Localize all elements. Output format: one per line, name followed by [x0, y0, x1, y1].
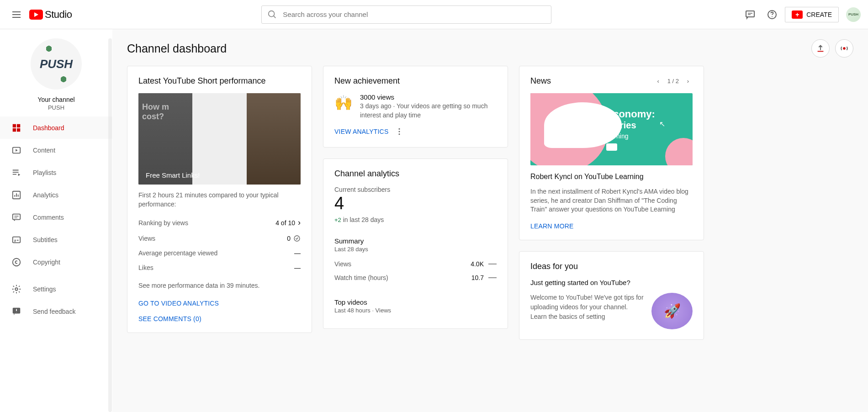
idea-body-text: Welcome to YouTube! We've got tips for u…: [530, 293, 644, 322]
svg-point-0: [269, 11, 275, 16]
sidebar-item-content[interactable]: Content: [0, 139, 112, 161]
performance-subtitle: First 2 hours 21 minutes compared to you…: [138, 191, 301, 209]
sidebar-item-label: Send feedback: [33, 308, 75, 315]
svg-rect-4: [13, 124, 16, 127]
go-to-video-analytics-link[interactable]: GO TO VIDEO ANALYTICS: [138, 300, 301, 307]
card-title: New achievement: [334, 76, 497, 86]
svg-point-18: [399, 131, 400, 132]
news-card: News ‹ 1 / 2 › Creator Economy: AMA seri…: [519, 66, 704, 240]
sidebar-item-dashboard[interactable]: Dashboard: [0, 116, 112, 139]
sidebar-item-subtitles[interactable]: Subtitles: [0, 228, 112, 251]
see-comments-link[interactable]: SEE COMMENTS (0): [138, 315, 301, 322]
stat-label: Ranking by views: [138, 219, 188, 227]
dashboard-icon: [11, 122, 22, 133]
studio-logo[interactable]: Studio: [29, 9, 72, 21]
create-button[interactable]: CREATE: [785, 7, 839, 22]
subtitles-icon: [11, 234, 22, 245]
stat-likes: Likes —: [138, 260, 301, 275]
svg-point-16: [294, 236, 300, 241]
stat-views: Views 0: [138, 231, 301, 246]
feedback-icon: [11, 306, 22, 317]
summary-title: Summary: [334, 237, 497, 245]
search-box[interactable]: [261, 5, 551, 24]
live-icon: [839, 43, 849, 53]
gear-icon: [11, 284, 22, 295]
cursor-icon: ↖: [659, 120, 665, 128]
sidebar-item-settings[interactable]: Settings: [0, 278, 112, 300]
learn-more-link[interactable]: LEARN MORE: [530, 222, 574, 230]
svg-point-3: [772, 16, 773, 17]
ideas-card: Ideas for you Just getting started on Yo…: [519, 251, 704, 340]
subscribers-delta: +2: [334, 217, 341, 223]
your-channel-label: Your channel: [0, 96, 112, 103]
chat-icon: [745, 9, 756, 20]
more-vertical-icon: [395, 127, 404, 136]
achievement-headline: 3000 views: [360, 93, 497, 101]
hamburger-menu-button[interactable]: [7, 5, 26, 24]
copyright-icon: [11, 257, 22, 268]
comments-icon: [11, 212, 22, 223]
sidebar-nav: Dashboard Content Playlists Analytics Co…: [0, 116, 112, 322]
check-circle-icon: [293, 235, 301, 242]
achievement-desc: 3 days ago · Your videos are getting so …: [360, 102, 497, 120]
news-headline: Robert Kyncl on YouTube Learning: [530, 173, 693, 181]
chat-button[interactable]: [741, 5, 759, 24]
sidebar-item-playlists[interactable]: Playlists: [0, 161, 112, 184]
youtube-icon: [29, 10, 43, 20]
sidebar: PUSH Your channel PUSH Dashboard Content…: [0, 29, 112, 412]
search-container: [72, 5, 741, 24]
stat-label: Views: [138, 235, 155, 242]
search-input[interactable]: [283, 11, 545, 18]
stat-label: Likes: [138, 264, 153, 271]
summary-sub: Last 28 days: [334, 246, 497, 253]
more-options-button[interactable]: [394, 126, 405, 137]
svg-point-13: [15, 288, 18, 291]
go-live-button[interactable]: [835, 39, 853, 58]
sidebar-item-label: Dashboard: [33, 124, 64, 132]
rocket-illustration: 🚀: [651, 293, 693, 329]
news-image[interactable]: Creator Economy: AMA series #3 Learning …: [530, 93, 693, 165]
svg-point-19: [399, 134, 400, 135]
help-button[interactable]: [763, 5, 781, 24]
top-videos-sub: Last 48 hours · Views: [334, 307, 497, 314]
search-icon: [267, 10, 277, 20]
stat-ranking[interactable]: Ranking by views 4 of 10›: [138, 214, 301, 231]
account-avatar[interactable]: PUSH: [846, 7, 861, 22]
svg-rect-6: [13, 128, 16, 131]
news-next-button[interactable]: ›: [683, 78, 693, 85]
sidebar-item-label: Subtitles: [33, 236, 58, 243]
svg-rect-5: [17, 124, 20, 127]
svg-rect-7: [17, 128, 20, 131]
content-icon: [11, 145, 22, 156]
subscribers-label: Current subscribers: [334, 186, 497, 193]
sidebar-item-label: Settings: [33, 285, 56, 293]
sidebar-item-analytics[interactable]: Analytics: [0, 184, 112, 206]
playlists-icon: [11, 167, 22, 178]
sidebar-item-comments[interactable]: Comments: [0, 206, 112, 228]
view-analytics-link[interactable]: VIEW ANALYTICS: [334, 128, 388, 135]
card-title: News: [530, 76, 551, 86]
logo-text: Studio: [45, 9, 72, 21]
youtube-small-icon: [606, 143, 617, 151]
svg-point-17: [399, 128, 400, 130]
news-prev-button[interactable]: ‹: [654, 78, 663, 85]
video-thumbnail[interactable]: How mcost? How much does it cost? Free S…: [138, 93, 301, 185]
create-video-icon: [792, 11, 803, 19]
svg-rect-11: [13, 237, 21, 243]
channel-avatar[interactable]: PUSH: [31, 38, 82, 90]
sidebar-item-label: Content: [33, 147, 55, 154]
channel-analytics-card: Channel analytics Current subscribers 4 …: [323, 158, 508, 329]
sidebar-item-feedback[interactable]: Send feedback: [0, 300, 112, 322]
performance-note: See more performance data in 39 minutes.: [138, 281, 301, 291]
news-page-indicator: 1 / 2: [667, 78, 679, 85]
subscribers-count: 4: [334, 193, 497, 214]
upload-video-button[interactable]: [811, 39, 830, 58]
header-actions: CREATE PUSH: [741, 5, 861, 24]
analytics-row-watchtime: Watch time (hours) 10.7: [334, 271, 497, 285]
stat-avg-viewed: Average percentage viewed —: [138, 246, 301, 260]
card-title: Ideas for you: [530, 262, 693, 271]
sidebar-item-copyright[interactable]: Copyright: [0, 251, 112, 273]
top-videos-title: Top videos: [334, 298, 497, 306]
upload-icon: [815, 43, 826, 53]
latest-performance-card: Latest YouTube Short performance How mco…: [127, 66, 312, 333]
